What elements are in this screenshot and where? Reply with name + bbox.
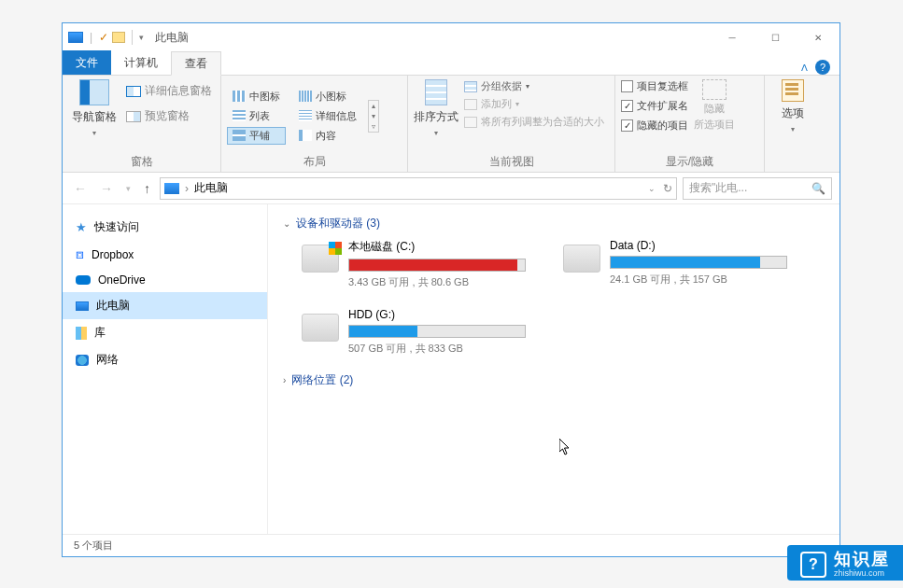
preview-pane-button[interactable]: 预览窗格 [126,108,212,124]
app-icon [68,32,83,43]
address-icon [164,183,179,194]
address-dropdown-icon[interactable]: ⌄ [648,184,656,193]
checkbox-hiddenitems[interactable]: ✓隐藏的项目 [621,119,688,133]
nav-recent-button[interactable]: ▾ [122,182,134,195]
options-button[interactable]: 选项 ▾ [782,79,804,133]
ribbon-group-showhide: 项目复选框 ✓文件扩展名 ✓隐藏的项目 隐藏 所选项目 显示/隐藏 [615,76,765,172]
drive-item[interactable]: 本地磁盘 (C:) 3.43 GB 可用 , 共 80.6 GB [302,239,526,289]
qat-check-icon[interactable]: ✓ [99,31,108,44]
addcolumns-button[interactable]: 添加列▾ [464,97,604,111]
section-netloc-header[interactable]: › 网络位置 (2) [283,372,825,388]
star-icon: ★ [76,220,87,234]
groupby-button[interactable]: 分组依据▾ [464,79,604,93]
checkbox-itemcheckboxes[interactable]: 项目复选框 [621,79,688,93]
sort-icon [425,79,447,105]
ribbon-tabs: 文件 计算机 查看 ᐱ ? [63,51,840,76]
sizeallcols-button[interactable]: 将所有列调整为合适的大小 [464,115,604,129]
drive-usage-bar [348,325,526,338]
qat-folder-icon[interactable] [112,32,125,43]
watermark-icon: ? [800,552,826,578]
window-controls: ─ ☐ ✕ [711,23,840,51]
drive-icon [302,245,339,273]
tab-file[interactable]: 文件 [63,50,111,75]
ribbon: 导航窗格 ▾ 详细信息窗格 预览窗格 窗格 [63,76,840,173]
sort-by-button[interactable]: 排序方式 ▾ [414,79,459,137]
checkbox-icon: ✓ [621,100,633,112]
tree-quick-access[interactable]: ★快速访问 [63,214,267,241]
checkbox-extensions[interactable]: ✓文件扩展名 [621,99,688,113]
chevron-down-icon: ⌄ [283,218,290,229]
layout-scroll[interactable]: ▴▾▿ [368,100,379,133]
details-pane-button[interactable]: 详细信息窗格 [126,83,212,99]
maximize-button[interactable]: ☐ [754,23,797,51]
small-icons-icon [299,91,312,102]
chevron-right-icon: › [283,375,286,385]
checkbox-icon: ✓ [621,119,633,132]
tree-dropbox[interactable]: ⧈Dropbox [63,241,267,268]
network-icon [76,355,89,366]
ribbon-group-layout: 中图标 小图标 列表 详细信息 平铺 内容 ▴▾▿ 布局 [221,76,408,172]
ribbon-group-currentview: 排序方式 ▾ 分组依据▾ 添加列▾ 将所有列调整为合适的大小 当前视图 [408,76,615,172]
nav-up-button[interactable]: ↑ [140,179,154,198]
drive-name: Data (D:) [610,239,787,252]
onedrive-icon [76,275,91,285]
navigation-pane-button[interactable]: 导航窗格 ▾ [68,79,120,137]
addcol-icon [464,99,477,110]
drive-detail: 3.43 GB 可用 , 共 80.6 GB [348,275,526,289]
address-bar[interactable]: › 此电脑 ⌄ ↻ [160,177,677,200]
layout-medium-icons[interactable]: 中图标 [227,88,286,105]
groupby-icon [464,81,477,92]
tab-computer[interactable]: 计算机 [111,50,171,75]
ribbon-group-panes: 导航窗格 ▾ 详细信息窗格 预览窗格 窗格 [63,76,221,172]
drive-usage-bar [348,259,526,272]
layout-list[interactable]: 列表 [227,107,286,125]
drive-usage-bar [610,256,787,269]
drive-name: HDD (G:) [348,308,526,321]
tab-view[interactable]: 查看 [171,51,221,76]
medium-icons-icon [233,91,246,102]
tree-network[interactable]: 网络 [63,346,267,373]
tree-this-pc[interactable]: 此电脑 [63,292,267,319]
drive-name: 本地磁盘 (C:) [348,239,526,255]
layout-tiles[interactable]: 平铺 [227,127,286,145]
tree-libraries[interactable]: 库 [63,319,267,346]
sizeall-icon [464,117,477,128]
qat-dropdown-icon[interactable]: ▾ [139,33,144,42]
library-icon [76,327,87,340]
content-area: ★快速访问 ⧈Dropbox OneDrive 此电脑 库 网络 ⌄ 设备和驱动… [63,204,840,534]
search-icon: 🔍 [811,182,825,195]
pc-icon [76,301,89,311]
nav-back-button[interactable]: ← [70,179,91,198]
layout-content[interactable]: 内容 [293,127,362,145]
drive-item[interactable]: HDD (G:) 507 GB 可用 , 共 833 GB [302,308,526,356]
status-bar: 5 个项目 [63,534,840,556]
preview-pane-icon [126,111,141,122]
close-button[interactable]: ✕ [797,23,840,51]
refresh-button[interactable]: ↻ [663,182,672,195]
tree-onedrive[interactable]: OneDrive [63,268,267,292]
details-icon [299,110,312,121]
navigation-tree: ★快速访问 ⧈Dropbox OneDrive 此电脑 库 网络 [63,204,268,534]
layout-details[interactable]: 详细信息 [293,107,362,125]
address-path: 此电脑 [194,180,228,196]
help-button[interactable]: ? [815,60,830,75]
minimize-button[interactable]: ─ [711,23,754,51]
drive-item[interactable]: Data (D:) 24.1 GB 可用 , 共 157 GB [563,239,787,289]
explorer-window: | ✓ ▾ 此电脑 ─ ☐ ✕ 文件 计算机 查看 ᐱ ? 导航窗格 ▾ [62,22,840,557]
layout-small-icons[interactable]: 小图标 [293,88,362,105]
content-icon [299,130,312,141]
drive-detail: 24.1 GB 可用 , 共 157 GB [610,273,787,287]
search-placeholder: 搜索"此电... [689,180,747,196]
options-icon [782,79,804,102]
tiles-icon [233,130,246,141]
details-pane-icon [126,86,141,97]
hide-selected-button: 隐藏 所选项目 [694,79,735,132]
quick-access-toolbar: | ✓ ▾ [63,30,149,45]
list-icon [233,110,246,121]
window-title: 此电脑 [155,30,189,46]
search-input[interactable]: 搜索"此电... 🔍 [683,177,832,200]
section-drives-header[interactable]: ⌄ 设备和驱动器 (3) [283,216,825,231]
titlebar: | ✓ ▾ 此电脑 ─ ☐ ✕ [63,23,840,51]
main-view: ⌄ 设备和驱动器 (3) 本地磁盘 (C:) 3.43 GB 可用 , 共 80… [268,204,840,534]
collapse-ribbon-icon[interactable]: ᐱ [801,63,808,73]
